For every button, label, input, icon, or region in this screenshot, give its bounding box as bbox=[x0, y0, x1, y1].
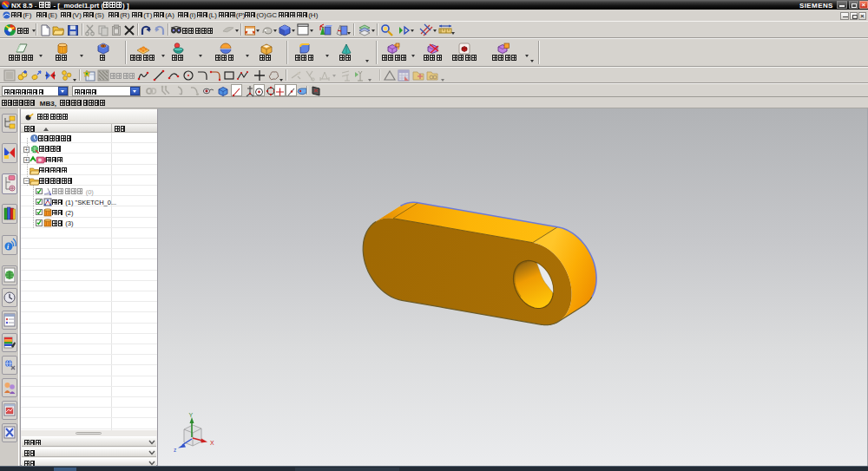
svg-text:Y: Y bbox=[189, 412, 194, 418]
svg-text:z: z bbox=[174, 447, 176, 453]
svg-text:X: X bbox=[210, 440, 214, 446]
